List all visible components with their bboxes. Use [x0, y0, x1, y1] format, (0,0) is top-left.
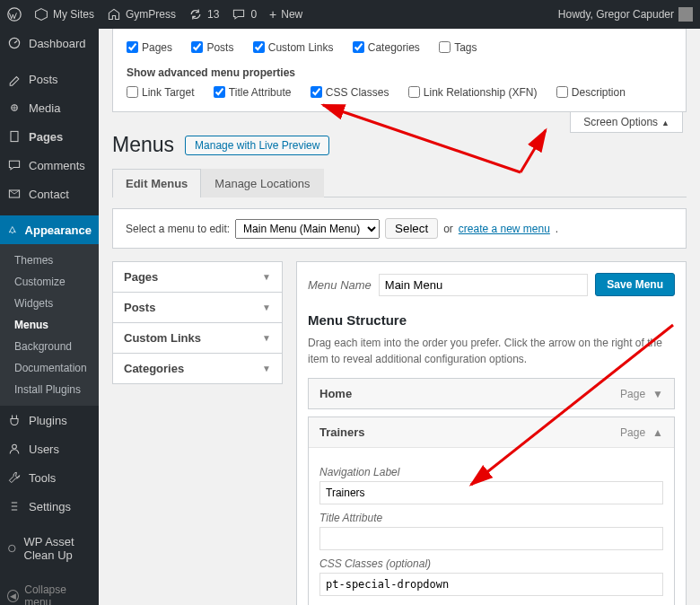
updates[interactable]: 13 — [188, 7, 219, 22]
menu-select-bar: Select a menu to edit: Main Menu (Main M… — [112, 208, 687, 249]
nav-plugins[interactable]: Plugins — [0, 406, 99, 434]
comments-bubble[interactable]: 0 — [232, 7, 257, 22]
nav-label-input[interactable] — [319, 481, 663, 504]
nav-tools[interactable]: Tools — [0, 463, 99, 492]
new-content[interactable]: +New — [269, 7, 302, 22]
sub-themes[interactable]: Themes — [0, 250, 99, 271]
title-attr-input[interactable] — [319, 527, 663, 550]
menu-name-input[interactable] — [379, 274, 588, 296]
css-classes-lbl: CSS Classes (optional) — [319, 557, 663, 570]
sub-menus[interactable]: Menus — [0, 314, 99, 336]
nav-settings[interactable]: Settings — [0, 492, 99, 521]
caret-down-icon: ▼ — [262, 272, 271, 282]
admin-sidebar: Dashboard Posts Media Pages Comments Con… — [0, 29, 99, 605]
appearance-submenu: Themes Customize Widgets Menus Backgroun… — [0, 244, 99, 406]
acc-posts[interactable]: Posts▼ — [112, 292, 283, 323]
nav-dashboard[interactable]: Dashboard — [0, 29, 99, 57]
select-label: Select a menu to edit: — [126, 223, 230, 235]
opt-tags[interactable]: Tags — [439, 41, 477, 54]
select-button[interactable]: Select — [385, 218, 438, 239]
admin-bar: My Sites GymPress 13 0 +New Howdy, Grego… — [0, 0, 700, 29]
screen-options-panel: Pages Posts Custom Links Categories Tags… — [112, 29, 687, 112]
menu-item-trainers: TrainersPage▲ Navigation Label Title Att… — [308, 416, 675, 605]
menu-item-home[interactable]: HomePage▼ — [308, 378, 675, 409]
nav-users[interactable]: Users — [0, 434, 99, 463]
opt-posts[interactable]: Posts — [191, 41, 233, 54]
sub-install-plugins[interactable]: Install Plugins — [0, 379, 99, 400]
title-attr-lbl: Title Attribute — [319, 512, 663, 524]
svg-rect-3 — [11, 131, 18, 141]
screen-options-toggle[interactable]: Screen Options▲ — [570, 112, 683, 133]
collapse-menu[interactable]: ◀Collapse menu — [0, 576, 99, 605]
sub-customize[interactable]: Customize — [0, 271, 99, 293]
opt-custom-links[interactable]: Custom Links — [253, 41, 334, 54]
opt-css-classes[interactable]: CSS Classes — [311, 86, 389, 99]
nav-appearance[interactable]: Appearance — [0, 215, 99, 244]
tab-manage-locations[interactable]: Manage Locations — [201, 169, 323, 197]
sub-background[interactable]: Background — [0, 336, 99, 357]
menu-edit-column: Menu Name Save Menu Menu Structure Drag … — [296, 261, 687, 605]
content-area: Pages Posts Custom Links Categories Tags… — [99, 29, 700, 605]
create-new-menu-link[interactable]: create a new menu — [459, 223, 550, 235]
my-sites[interactable]: My Sites — [34, 7, 94, 22]
add-items-column: Pages▼ Posts▼ Custom Links▼ Categories▼ — [112, 261, 283, 605]
live-preview-button[interactable]: Manage with Live Preview — [185, 136, 329, 155]
nav-comments[interactable]: Comments — [0, 151, 99, 180]
site-name[interactable]: GymPress — [107, 7, 176, 22]
sub-documentation[interactable]: Documentation — [0, 357, 99, 379]
caret-up-icon: ▲ — [652, 426, 663, 439]
opt-pages[interactable]: Pages — [127, 41, 172, 54]
nav-label-lbl: Navigation Label — [319, 466, 663, 478]
opt-description[interactable]: Description — [556, 86, 626, 99]
caret-down-icon: ▼ — [262, 364, 271, 373]
caret-up-icon: ▲ — [661, 118, 669, 127]
nav-posts[interactable]: Posts — [0, 65, 99, 93]
caret-down-icon: ▼ — [262, 302, 271, 312]
page-title: Menus — [112, 133, 174, 157]
opt-link-rel[interactable]: Link Relationship (XFN) — [408, 86, 538, 99]
svg-point-5 — [13, 444, 17, 449]
acc-custom-links[interactable]: Custom Links▼ — [112, 322, 283, 354]
opt-title-attribute[interactable]: Title Attribute — [214, 86, 292, 99]
opt-link-target[interactable]: Link Target — [127, 86, 194, 99]
howdy-user[interactable]: Howdy, Gregor Capuder — [558, 7, 693, 22]
sub-widgets[interactable]: Widgets — [0, 293, 99, 314]
acc-pages[interactable]: Pages▼ — [112, 261, 283, 293]
menu-item-trainers-head[interactable]: TrainersPage▲ — [309, 417, 674, 447]
save-menu-button[interactable]: Save Menu — [595, 273, 675, 296]
or-text: or — [443, 223, 453, 235]
acc-categories[interactable]: Categories▼ — [112, 353, 283, 384]
svg-point-6 — [9, 545, 15, 551]
nav-media[interactable]: Media — [0, 93, 99, 122]
nav-pages[interactable]: Pages — [0, 122, 99, 151]
css-classes-input[interactable] — [319, 573, 663, 596]
caret-down-icon: ▼ — [652, 388, 663, 400]
nav-contact[interactable]: Contact — [0, 180, 99, 208]
menu-name-label: Menu Name — [308, 278, 372, 292]
avatar — [678, 7, 693, 22]
structure-title: Menu Structure — [308, 312, 675, 328]
caret-down-icon: ▼ — [262, 333, 271, 343]
wp-logo[interactable] — [7, 7, 22, 22]
opt-categories[interactable]: Categories — [353, 41, 420, 54]
menu-select[interactable]: Main Menu (Main Menu) — [235, 219, 380, 239]
advanced-heading: Show advanced menu properties — [127, 63, 672, 83]
nav-wp-asset[interactable]: WP Asset Clean Up — [0, 528, 99, 569]
menu-tabs: Edit Menus Manage Locations — [112, 168, 687, 197]
structure-desc: Drag each item into the order you prefer… — [308, 335, 675, 367]
tab-edit-menus[interactable]: Edit Menus — [112, 169, 201, 197]
